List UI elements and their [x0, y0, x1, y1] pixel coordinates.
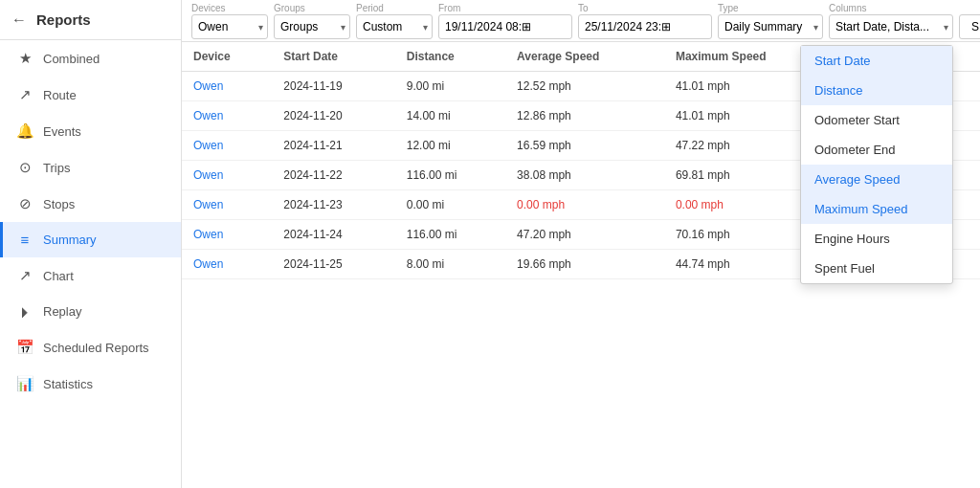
cell-0: Owen	[182, 190, 272, 220]
col-header-start_date: Start Date	[272, 42, 394, 72]
cell-3: 38.08 mph	[505, 161, 664, 190]
columns-label: Columns	[829, 3, 953, 13]
period-label: Period	[356, 3, 433, 13]
cell-1: 2024-11-23	[272, 190, 394, 220]
dropdown-item-distance[interactable]: Distance	[801, 76, 952, 105]
columns-group: Columns Start Date, Dista... Start DateD…	[829, 3, 953, 39]
cell-2: 14.00 mi	[395, 101, 505, 131]
stops-icon: ⊘	[16, 195, 33, 212]
trips-icon: ⊙	[16, 159, 33, 176]
sidebar-item-events[interactable]: 🔔Events	[0, 113, 181, 149]
sidebar-item-chart[interactable]: ↗Chart	[0, 257, 181, 294]
dropdown-item-odometer_end[interactable]: Odometer End	[801, 135, 952, 165]
cell-2: 9.00 mi	[395, 72, 505, 101]
period-group: Period Custom	[356, 3, 433, 39]
cell-0: Owen	[182, 250, 272, 279]
cell-3: 0.00 mph	[505, 190, 664, 220]
cell-0: Owen	[182, 161, 272, 190]
chart-icon: ↗	[16, 267, 33, 284]
to-label: To	[578, 3, 712, 13]
to-input[interactable]	[578, 14, 712, 39]
col-header-avg_speed: Average Speed	[505, 42, 664, 72]
devices-select-wrapper: Owen	[191, 14, 268, 39]
columns-select[interactable]: Start Date, Dista...	[829, 14, 953, 39]
route-icon: ↗	[16, 86, 33, 103]
sidebar-item-scheduled[interactable]: 📅Scheduled Reports	[0, 329, 181, 366]
to-group: To	[578, 3, 712, 39]
col-header-distance: Distance	[395, 42, 505, 72]
cell-1: 2024-11-24	[272, 220, 394, 250]
groups-label: Groups	[274, 3, 350, 13]
cell-3: 19.66 mph	[505, 250, 664, 279]
devices-select[interactable]: Owen	[191, 14, 268, 39]
sidebar-nav: ★Combined↗Route🔔Events⊙Trips⊘Stops≡Summa…	[0, 40, 181, 402]
dropdown-item-start_date[interactable]: Start Date	[801, 46, 952, 76]
from-group: From	[438, 3, 572, 39]
sidebar-title: Reports	[36, 11, 91, 28]
cell-1: 2024-11-25	[272, 250, 394, 279]
scheduled-icon: 📅	[16, 339, 33, 356]
from-input[interactable]	[438, 14, 572, 39]
show-button[interactable]: SHOW	[959, 14, 980, 39]
cell-1: 2024-11-20	[272, 101, 394, 131]
sidebar-item-label: Summary	[43, 233, 97, 247]
period-select[interactable]: Custom	[356, 14, 433, 39]
type-label: Type	[718, 3, 823, 13]
type-select-wrapper: Daily Summary	[718, 14, 823, 39]
sidebar-item-label: Stops	[43, 197, 75, 211]
summary-icon: ≡	[16, 232, 33, 248]
statistics-icon: 📊	[16, 375, 33, 392]
sidebar-item-stops[interactable]: ⊘Stops	[0, 186, 181, 222]
dropdown-item-spent_fuel[interactable]: Spent Fuel	[801, 254, 952, 283]
devices-label: Devices	[191, 3, 268, 13]
sidebar-item-replay[interactable]: ⏵Replay	[0, 294, 181, 329]
dropdown-item-maximum_speed[interactable]: Maximum Speed	[801, 194, 952, 224]
sidebar-item-label: Combined	[43, 52, 100, 66]
combined-icon: ★	[16, 50, 33, 67]
sidebar-item-combined[interactable]: ★Combined	[0, 40, 181, 77]
from-label: From	[438, 3, 572, 13]
toolbar: Devices Owen Groups Groups Period Custom	[182, 0, 980, 42]
sidebar-item-summary[interactable]: ≡Summary	[0, 222, 181, 257]
dropdown-item-average_speed[interactable]: Average Speed	[801, 165, 952, 194]
cell-2: 116.00 mi	[395, 220, 505, 250]
cell-2: 116.00 mi	[395, 161, 505, 190]
type-select[interactable]: Daily Summary	[718, 14, 823, 39]
cell-1: 2024-11-22	[272, 161, 394, 190]
cell-2: 12.00 mi	[395, 131, 505, 161]
dropdown-item-engine_hours[interactable]: Engine Hours	[801, 224, 952, 254]
events-icon: 🔔	[16, 122, 33, 140]
groups-select-wrapper: Groups	[274, 14, 350, 39]
cell-3: 12.52 mph	[505, 72, 664, 101]
sidebar-item-route[interactable]: ↗Route	[0, 77, 181, 113]
cell-2: 8.00 mi	[395, 250, 505, 279]
cell-1: 2024-11-19	[272, 72, 394, 101]
col-header-device: Device	[182, 42, 272, 72]
sidebar-item-label: Route	[43, 88, 77, 102]
devices-group: Devices Owen	[191, 3, 268, 39]
period-select-wrapper: Custom	[356, 14, 433, 39]
cell-1: 2024-11-21	[272, 131, 394, 161]
sidebar-item-label: Scheduled Reports	[43, 341, 149, 355]
groups-select[interactable]: Groups	[274, 14, 350, 39]
replay-icon: ⏵	[16, 303, 33, 320]
back-icon[interactable]: ←	[11, 11, 27, 29]
cell-0: Owen	[182, 101, 272, 131]
sidebar-item-statistics[interactable]: 📊Statistics	[0, 366, 181, 402]
sidebar-header: ← Reports	[0, 0, 181, 40]
main-content: Devices Owen Groups Groups Period Custom	[182, 0, 980, 488]
cell-0: Owen	[182, 131, 272, 161]
cell-3: 47.20 mph	[505, 220, 664, 250]
type-group: Type Daily Summary	[718, 3, 823, 39]
cell-3: 16.59 mph	[505, 131, 664, 161]
sidebar-item-trips[interactable]: ⊙Trips	[0, 149, 181, 186]
dropdown-item-odometer_start[interactable]: Odometer Start	[801, 105, 952, 135]
cell-3: 12.86 mph	[505, 101, 664, 131]
columns-dropdown: Start DateDistanceOdometer StartOdometer…	[800, 45, 953, 284]
sidebar-item-label: Statistics	[43, 377, 93, 391]
sidebar-item-label: Replay	[43, 304, 81, 319]
sidebar-item-label: Chart	[43, 269, 74, 283]
sidebar-item-label: Trips	[43, 161, 70, 175]
columns-select-wrapper: Start Date, Dista...	[829, 14, 953, 39]
groups-group: Groups Groups	[274, 3, 350, 39]
